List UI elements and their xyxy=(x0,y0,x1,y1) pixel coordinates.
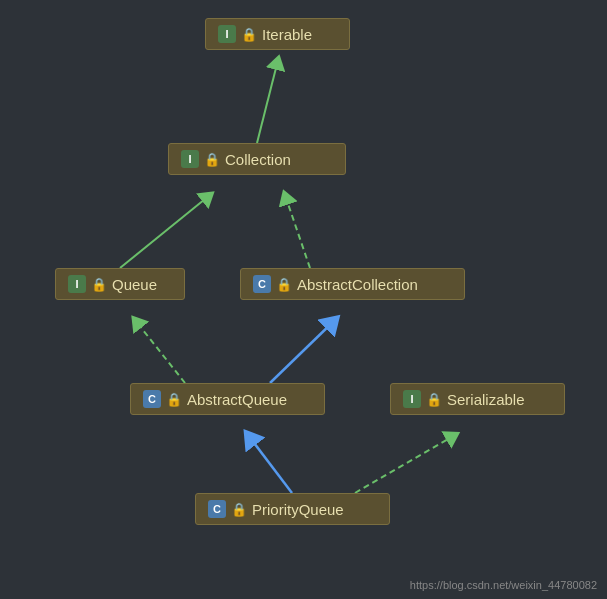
svg-line-6 xyxy=(135,320,185,383)
lock-priorityqueue: 🔒 xyxy=(231,502,247,517)
lock-iterable: 🔒 xyxy=(241,27,257,42)
node-queue: I 🔒 Queue xyxy=(55,268,185,300)
node-collection: I 🔒 Collection xyxy=(168,143,346,175)
label-serializable: Serializable xyxy=(447,391,525,408)
lock-queue: 🔒 xyxy=(91,277,107,292)
icon-serializable: I xyxy=(403,390,421,408)
node-serializable: I 🔒 Serializable xyxy=(390,383,565,415)
svg-line-5 xyxy=(285,195,310,268)
lock-collection: 🔒 xyxy=(204,152,220,167)
icon-abstractqueue: C xyxy=(143,390,161,408)
label-queue: Queue xyxy=(112,276,157,293)
icon-iterable: I xyxy=(218,25,236,43)
lock-abstractcollection: 🔒 xyxy=(276,277,292,292)
lock-abstractqueue: 🔒 xyxy=(166,392,182,407)
svg-line-7 xyxy=(270,320,335,383)
icon-queue: I xyxy=(68,275,86,293)
label-abstractqueue: AbstractQueue xyxy=(187,391,287,408)
lock-serializable: 🔒 xyxy=(426,392,442,407)
icon-abstractcollection: C xyxy=(253,275,271,293)
svg-line-4 xyxy=(120,195,210,268)
label-collection: Collection xyxy=(225,151,291,168)
icon-collection: I xyxy=(181,150,199,168)
svg-line-3 xyxy=(257,60,278,143)
label-iterable: Iterable xyxy=(262,26,312,43)
icon-priorityqueue: C xyxy=(208,500,226,518)
label-priorityqueue: PriorityQueue xyxy=(252,501,344,518)
node-priorityqueue: C 🔒 PriorityQueue xyxy=(195,493,390,525)
node-abstractcollection: C 🔒 AbstractCollection xyxy=(240,268,465,300)
svg-line-9 xyxy=(355,435,455,493)
diagram-container: I 🔒 Iterable I 🔒 Collection I 🔒 Queue C … xyxy=(0,0,607,599)
svg-line-8 xyxy=(248,435,292,493)
node-iterable: I 🔒 Iterable xyxy=(205,18,350,50)
node-abstractqueue: C 🔒 AbstractQueue xyxy=(130,383,325,415)
label-abstractcollection: AbstractCollection xyxy=(297,276,418,293)
watermark: https://blog.csdn.net/weixin_44780082 xyxy=(410,579,597,591)
